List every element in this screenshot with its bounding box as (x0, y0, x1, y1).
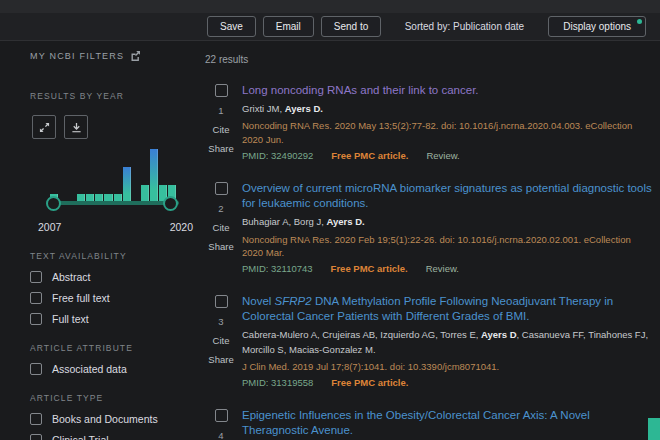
checkbox[interactable] (30, 413, 42, 425)
result-citation: Noncoding RNA Res. 2020 May 13;5(2):77-8… (242, 119, 653, 147)
result-pmid: PMID: 31319558 (242, 377, 313, 388)
cite-button[interactable]: Cite (213, 222, 230, 233)
result-meta: PMID: 32490292 Free PMC article. Review. (242, 150, 653, 161)
result-item-2: 2 Cite Share Overview of current microRN… (205, 181, 653, 274)
expand-chart-button[interactable] (32, 115, 56, 139)
browser-top-strip (0, 0, 660, 13)
free-pmc-badge: Free PMC article. (331, 377, 408, 388)
results-count: 22 results (205, 54, 653, 65)
result-gutter: 1 Cite Share (205, 83, 237, 161)
result-meta: PMID: 32110743 Free PMC article. Review. (242, 263, 653, 274)
display-options-label: Display options (563, 21, 631, 32)
article-attribute-section: ARTICLE ATTRIBUTE Associated data (30, 343, 195, 375)
text-availability-section: TEXT AVAILABILITY Abstract Free full tex… (30, 251, 195, 325)
year-slider-track[interactable] (52, 201, 179, 205)
display-options-button[interactable]: Display options (548, 16, 646, 37)
result-checkbox[interactable] (215, 409, 228, 422)
year-slider-handle-min[interactable] (46, 196, 61, 211)
save-button[interactable]: Save (207, 16, 256, 37)
year-axis-labels: 2007 2020 (30, 221, 195, 233)
toolbar-actions: Save Email Send to (207, 16, 388, 37)
authors-text: Buhagiar A, Borg J, (242, 216, 327, 227)
my-ncbi-filters-link[interactable]: MY NCBI FILTERS (30, 50, 195, 61)
result-item-4: 4 Cite Share Epigenetic Influences in th… (205, 408, 653, 440)
result-title-link[interactable]: Overview of current microRNA biomarker s… (242, 181, 653, 211)
filter-clinical-trial[interactable]: Clinical Trial (30, 434, 195, 440)
checkbox[interactable] (30, 434, 42, 440)
filter-full-text[interactable]: Full text (30, 313, 195, 325)
text-availability-title: TEXT AVAILABILITY (30, 251, 195, 261)
result-checkbox[interactable] (215, 295, 228, 308)
article-type-section: ARTICLE TYPE Books and Documents Clinica… (30, 393, 195, 440)
start-year-label: 2007 (38, 221, 61, 233)
checkbox[interactable] (30, 313, 42, 325)
result-number: 1 (218, 105, 223, 116)
toolbar-right: Sorted by: Publication date Display opti… (405, 16, 646, 37)
result-gutter: 2 Cite Share (205, 181, 237, 274)
title-italic: SFRP2 (275, 295, 312, 307)
share-button[interactable]: Share (208, 241, 233, 252)
cite-button[interactable]: Cite (213, 335, 230, 346)
results-list: 22 results 1 Cite Share Long noncoding R… (205, 54, 653, 440)
result-checkbox[interactable] (215, 84, 228, 97)
results-by-year-title: RESULTS BY YEAR (30, 91, 195, 101)
checkbox[interactable] (30, 271, 42, 283)
year-slider-handle-max[interactable] (163, 196, 178, 211)
review-badge: Review. (426, 150, 459, 161)
result-authors: Cabrera-Mulero A, Crujeiras AB, Izquierd… (242, 328, 653, 357)
email-button[interactable]: Email (263, 16, 314, 37)
result-title-link[interactable]: Epigenetic Influences in the Obesity/Col… (242, 408, 653, 438)
result-pmid: PMID: 32490292 (242, 150, 313, 161)
filter-label: Associated data (52, 363, 127, 375)
filter-label: Abstract (52, 271, 91, 283)
share-button[interactable]: Share (208, 143, 233, 154)
result-checkbox[interactable] (215, 182, 228, 195)
result-body: Overview of current microRNA biomarker s… (237, 181, 653, 274)
filter-abstract[interactable]: Abstract (30, 271, 195, 283)
result-body: Long noncoding RNAs and their link to ca… (237, 83, 653, 161)
result-authors: Buhagiar A, Borg J, Ayers D. (242, 215, 653, 229)
send-to-button[interactable]: Send to (321, 16, 381, 37)
results-by-year-section: RESULTS BY YEAR 2007 2020 (30, 91, 195, 233)
free-pmc-badge: Free PMC article. (331, 263, 408, 274)
free-pmc-badge: Free PMC article. (331, 150, 408, 161)
title-text: Novel (242, 295, 275, 307)
year-bar-2018[interactable] (150, 149, 158, 203)
result-gutter: 4 Cite Share (205, 408, 237, 440)
result-title-link[interactable]: Long noncoding RNAs and their link to ca… (242, 83, 653, 98)
filter-books-documents[interactable]: Books and Documents (30, 413, 195, 425)
filter-label: Full text (52, 313, 89, 325)
authors-text: Grixti JM, (242, 103, 285, 114)
result-number: 2 (218, 203, 223, 214)
result-item-1: 1 Cite Share Long noncoding RNAs and the… (205, 83, 653, 161)
article-type-title: ARTICLE TYPE (30, 393, 195, 403)
download-chart-button[interactable] (64, 115, 88, 139)
article-attribute-title: ARTICLE ATTRIBUTE (30, 343, 195, 353)
title-text: Long noncoding RNAs and their link to ca… (242, 84, 479, 96)
result-number: 3 (218, 316, 223, 327)
result-title-link[interactable]: Novel SFRP2 DNA Methylation Profile Foll… (242, 294, 653, 324)
end-year-label: 2020 (170, 221, 193, 233)
result-pmid: PMID: 32110743 (242, 263, 313, 274)
results-toolbar: Save Email Send to Sorted by: Publicatio… (0, 13, 660, 41)
expand-icon (39, 122, 50, 133)
feedback-fab-edge[interactable] (648, 418, 660, 440)
result-number: 4 (218, 430, 223, 440)
year-histogram: 2007 2020 (30, 141, 195, 233)
filter-label: Free full text (52, 292, 110, 304)
year-histogram-bars[interactable] (50, 149, 176, 203)
new-indicator-dot (637, 19, 642, 24)
result-meta: PMID: 31319558 Free PMC article. (242, 377, 653, 388)
share-button[interactable]: Share (208, 354, 233, 365)
checkbox[interactable] (30, 363, 42, 375)
filter-free-full-text[interactable]: Free full text (30, 292, 195, 304)
year-bar-2015[interactable] (123, 167, 131, 203)
result-citation: Noncoding RNA Res. 2020 Feb 19;5(1):22-2… (242, 233, 653, 261)
authors-text: Cabrera-Mulero A, Crujeiras AB, Izquierd… (242, 329, 481, 340)
authors-highlight: Ayers D. (327, 216, 365, 227)
sorted-by-selector[interactable]: Sorted by: Publication date (405, 21, 525, 32)
checkbox[interactable] (30, 292, 42, 304)
filter-associated-data[interactable]: Associated data (30, 363, 195, 375)
cite-button[interactable]: Cite (213, 124, 230, 135)
download-icon (71, 122, 82, 133)
